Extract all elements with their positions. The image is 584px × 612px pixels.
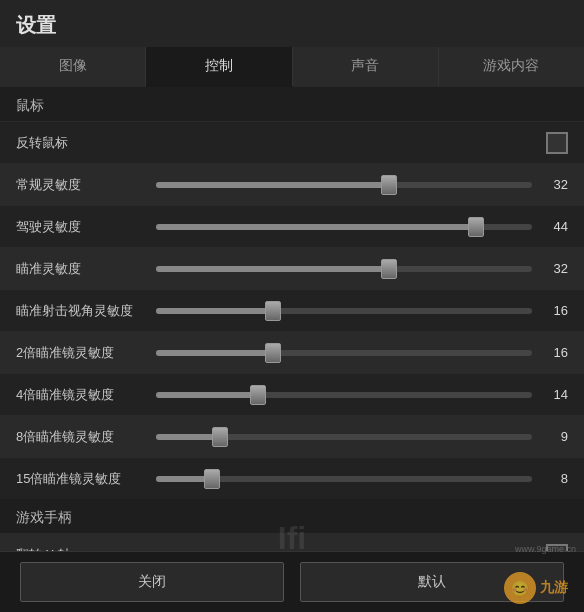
slider-value: 32 xyxy=(540,261,568,276)
tab-sound[interactable]: 声音 xyxy=(293,47,439,87)
label-aim-fov-sensitivity: 瞄准射击视角灵敏度 xyxy=(16,302,156,320)
slider-value: 9 xyxy=(540,429,568,444)
slider-15x-scope[interactable]: 8 xyxy=(156,471,568,486)
control-driving-sensitivity: 44 xyxy=(156,219,568,234)
control-flip-x xyxy=(156,544,568,552)
slider-fill xyxy=(156,224,476,230)
slider-aim-sensitivity[interactable]: 32 xyxy=(156,261,568,276)
slider-value: 8 xyxy=(540,471,568,486)
settings-content: 鼠标 反转鼠标 常规灵敏度 32 驾驶灵敏 xyxy=(0,87,584,551)
control-8x-scope: 9 xyxy=(156,429,568,444)
tab-bar: 图像 控制 声音 游戏内容 xyxy=(0,47,584,87)
slider-thumb[interactable] xyxy=(381,175,397,195)
row-aim-fov-sensitivity: 瞄准射击视角灵敏度 16 xyxy=(0,289,584,331)
slider-value: 16 xyxy=(540,345,568,360)
close-button[interactable]: 关闭 xyxy=(20,562,284,602)
slider-track xyxy=(156,308,532,314)
row-flip-x: 翻转 X 轴 xyxy=(0,533,584,551)
row-aim-sensitivity: 瞄准灵敏度 32 xyxy=(0,247,584,289)
row-2x-scope: 2倍瞄准镜灵敏度 16 xyxy=(0,331,584,373)
section-gamepad-header: 游戏手柄 xyxy=(0,499,584,533)
label-4x-scope: 4倍瞄准镜灵敏度 xyxy=(16,386,156,404)
slider-value: 14 xyxy=(540,387,568,402)
control-4x-scope: 14 xyxy=(156,387,568,402)
slider-thumb[interactable] xyxy=(212,427,228,447)
slider-thumb[interactable] xyxy=(381,259,397,279)
page-title: 设置 xyxy=(16,12,568,39)
row-15x-scope: 15倍瞄准镜灵敏度 8 xyxy=(0,457,584,499)
slider-thumb[interactable] xyxy=(250,385,266,405)
slider-fill xyxy=(156,266,389,272)
slider-4x-scope[interactable]: 14 xyxy=(156,387,568,402)
control-aim-sensitivity: 32 xyxy=(156,261,568,276)
logo-face-icon: 😊 xyxy=(504,572,536,604)
slider-fill xyxy=(156,350,273,356)
url-text: www.9game.cn xyxy=(515,544,576,554)
settings-container: 设置 图像 控制 声音 游戏内容 鼠标 反转鼠标 常规灵敏度 xyxy=(0,0,584,612)
control-2x-scope: 16 xyxy=(156,345,568,360)
slider-track xyxy=(156,182,532,188)
slider-track xyxy=(156,266,532,272)
control-reverse-mouse xyxy=(156,132,568,154)
tab-control[interactable]: 控制 xyxy=(146,47,292,87)
slider-track xyxy=(156,224,532,230)
label-driving-sensitivity: 驾驶灵敏度 xyxy=(16,218,156,236)
checkbox-reverse-mouse[interactable] xyxy=(546,132,568,154)
control-aim-fov-sensitivity: 16 xyxy=(156,303,568,318)
tab-game-content[interactable]: 游戏内容 xyxy=(439,47,584,87)
row-driving-sensitivity: 驾驶灵敏度 44 xyxy=(0,205,584,247)
control-normal-sensitivity: 32 xyxy=(156,177,568,192)
slider-track xyxy=(156,434,532,440)
slider-track xyxy=(156,392,532,398)
slider-8x-scope[interactable]: 9 xyxy=(156,429,568,444)
slider-driving-sensitivity[interactable]: 44 xyxy=(156,219,568,234)
row-8x-scope: 8倍瞄准镜灵敏度 9 xyxy=(0,415,584,457)
slider-thumb[interactable] xyxy=(265,301,281,321)
slider-track xyxy=(156,476,532,482)
slider-thumb[interactable] xyxy=(204,469,220,489)
label-15x-scope: 15倍瞄准镜灵敏度 xyxy=(16,470,156,488)
slider-fill xyxy=(156,392,258,398)
slider-2x-scope[interactable]: 16 xyxy=(156,345,568,360)
label-aim-sensitivity: 瞄准灵敏度 xyxy=(16,260,156,278)
slider-track xyxy=(156,350,532,356)
section-mouse-header: 鼠标 xyxy=(0,87,584,121)
label-8x-scope: 8倍瞄准镜灵敏度 xyxy=(16,428,156,446)
title-bar: 设置 xyxy=(0,0,584,47)
slider-fill xyxy=(156,308,273,314)
logo-9you: 😊 九游 xyxy=(504,572,568,604)
slider-value: 16 xyxy=(540,303,568,318)
slider-value: 44 xyxy=(540,219,568,234)
label-reverse-mouse: 反转鼠标 xyxy=(16,134,156,152)
slider-fill xyxy=(156,182,389,188)
row-reverse-mouse: 反转鼠标 xyxy=(0,121,584,163)
slider-aim-fov-sensitivity[interactable]: 16 xyxy=(156,303,568,318)
slider-thumb[interactable] xyxy=(468,217,484,237)
slider-fill xyxy=(156,434,220,440)
slider-thumb[interactable] xyxy=(265,343,281,363)
label-normal-sensitivity: 常规灵敏度 xyxy=(16,176,156,194)
logo-text: 九游 xyxy=(540,579,568,597)
control-15x-scope: 8 xyxy=(156,471,568,486)
slider-value: 32 xyxy=(540,177,568,192)
row-4x-scope: 4倍瞄准镜灵敏度 14 xyxy=(0,373,584,415)
row-normal-sensitivity: 常规灵敏度 32 xyxy=(0,163,584,205)
footer: 关闭 默认 xyxy=(0,551,584,612)
slider-normal-sensitivity[interactable]: 32 xyxy=(156,177,568,192)
tab-image[interactable]: 图像 xyxy=(0,47,146,87)
label-2x-scope: 2倍瞄准镜灵敏度 xyxy=(16,344,156,362)
